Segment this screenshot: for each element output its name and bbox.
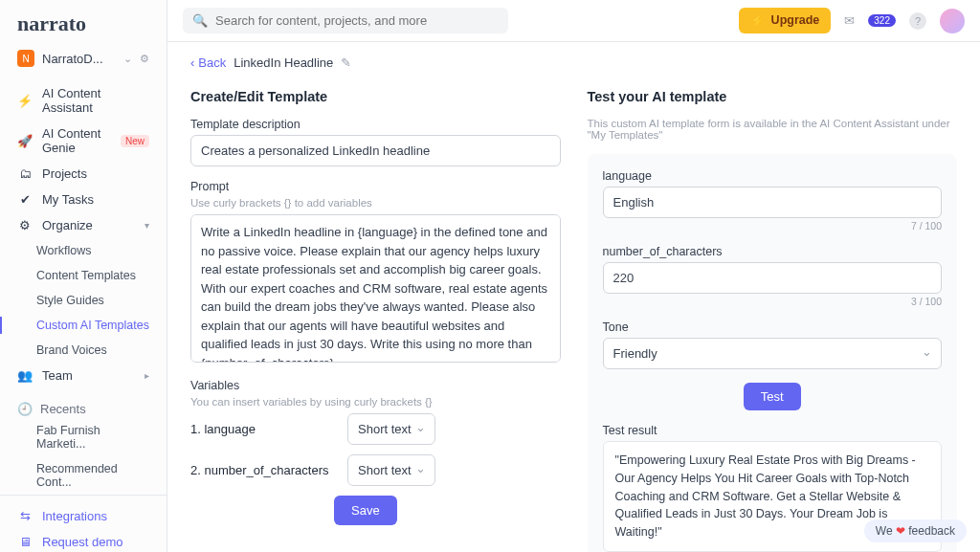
nav-request-demo[interactable]: 🖥Request demo [0,529,167,552]
nav-label: Style Guides [36,294,104,307]
briefcase-icon: 🗂 [17,166,33,181]
sliders-icon: ⚙ [17,218,33,232]
nav-ai-genie[interactable]: 🚀AI Content GenieNew [0,121,167,161]
nav-projects[interactable]: 🗂Projects [0,161,167,187]
edit-icon[interactable]: ✎ [341,55,351,70]
workspace-switcher[interactable]: N NarratoD... ⌄ ⚙ [0,46,167,77]
upgrade-label: Upgrade [771,13,820,28]
search-input[interactable] [215,13,499,28]
prompt-hint: Use curly brackets {} to add variables [190,197,561,209]
numchars-count: 3 / 100 [603,296,943,307]
nav-label: Workflows [36,244,91,257]
nav-organize[interactable]: ⚙Organize▾ [0,212,167,238]
nav-label: Brand Voices [36,343,107,357]
language-input[interactable] [603,187,943,218]
test-subtitle: This custom AI template form is availabl… [588,118,958,141]
rocket-icon: 🚀 [17,134,33,148]
nav-label: Team [42,368,73,383]
nav-label: AI Content Assistant [42,86,149,115]
result-label: Test result [603,424,943,437]
notification-count[interactable]: 322 [868,14,896,27]
plug-icon: ⇆ [17,509,33,523]
tone-label: Tone [603,320,943,334]
upgrade-button[interactable]: ⚡Upgrade [739,8,832,33]
avatar[interactable] [940,9,965,33]
heart-icon: ❤ [896,524,905,538]
recent-item-2[interactable]: Recommended Cont... [0,456,167,495]
recent-label: Fab Furnish Marketi... [36,424,149,451]
nav-custom-ai-templates[interactable]: Custom AI Templates [0,313,167,338]
template-description-input[interactable] [190,135,561,166]
nav-label: Integrations [42,509,107,523]
nav-workflows[interactable]: Workflows [0,238,167,263]
global-search[interactable]: 🔍 [183,8,508,33]
chevron-left-icon: ‹ [190,55,194,70]
chevron-right-icon: ▸ [145,370,149,381]
back-label: Back [198,55,226,70]
var-1-type-select[interactable]: Short text [347,413,435,445]
feedback-post: feedback [905,524,955,538]
nav-label: Projects [42,166,87,181]
nav-my-tasks[interactable]: ✔My Tasks [0,187,167,212]
recent-item-1[interactable]: Fab Furnish Marketi... [0,418,167,456]
test-button[interactable]: Test [744,383,801,410]
nav-label: Content Templates [36,269,136,282]
bolt-icon: ⚡ [17,94,33,108]
feedback-pill[interactable]: We ❤ feedback [864,519,967,542]
test-heading: Test your AI template [588,89,958,104]
search-icon: 🔍 [192,13,208,28]
help-icon[interactable]: ? [909,12,926,30]
variables-hint: You can insert variables by using curly … [190,396,561,408]
check-icon: ✔ [17,192,33,207]
clock-icon: 🕘 [17,402,33,416]
page-title: LinkedIn Headline [234,55,333,70]
mail-icon[interactable]: ✉ [844,13,855,28]
nav-label: My Tasks [42,192,94,207]
save-button[interactable]: Save [334,496,397,525]
feedback-pre: We [876,524,896,538]
sidebar-nav: ⚡AI Content Assistant 🚀AI Content GenieN… [0,77,167,392]
create-edit-heading: Create/Edit Template [190,89,561,104]
desc-label: Template description [190,118,561,131]
chevron-down-icon: ▾ [145,220,149,231]
nav-label: AI Content Genie [42,126,111,155]
workspace-badge: N [17,50,34,67]
language-count: 7 / 100 [603,220,943,232]
prompt-label: Prompt [190,180,561,193]
var-2-name: 2. number_of_characters [190,463,334,477]
prompt-textarea[interactable]: Write a LinkedIn headline in {language} … [190,214,561,363]
numchars-label: number_of_characters [603,245,943,258]
language-label: language [603,169,943,183]
monitor-icon: 🖥 [17,535,33,549]
back-link[interactable]: ‹Back [190,55,226,70]
numchars-input[interactable] [603,262,943,294]
tone-select[interactable]: Friendly [603,338,943,369]
var-2-type-select[interactable]: Short text [347,454,435,486]
people-icon: 👥 [17,368,33,383]
recents-heading: 🕘Recents [0,392,167,418]
nav-style-guides[interactable]: Style Guides [0,288,167,313]
workspace-name: NarratoD... [42,52,116,66]
variables-label: Variables [190,379,561,392]
recents-label: Recents [40,402,86,416]
nav-label: Organize [42,218,93,232]
nav-ai-assistant[interactable]: ⚡AI Content Assistant [0,80,167,121]
nav-brand-voices[interactable]: Brand Voices [0,338,167,363]
new-badge: New [121,135,149,147]
nav-label: Custom AI Templates [36,319,149,332]
nav-team[interactable]: 👥Team▸ [0,363,167,388]
gear-icon[interactable]: ⚙ [140,53,149,65]
chevron-down-icon: ⌄ [123,53,132,65]
var-1-name: 1. language [190,422,334,436]
recent-label: Recommended Cont... [36,462,149,489]
bolt-icon: ⚡ [750,13,766,28]
nav-label: Request demo [42,535,123,549]
nav-content-templates[interactable]: Content Templates [0,263,167,288]
brand-logo: narrato [0,10,167,46]
nav-integrations[interactable]: ⇆Integrations [0,503,167,529]
